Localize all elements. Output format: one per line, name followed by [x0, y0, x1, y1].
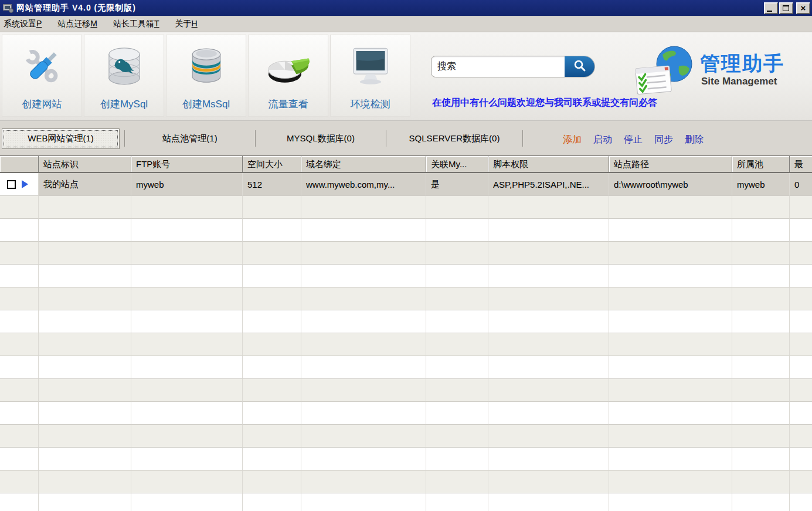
empty-cell — [426, 493, 488, 511]
table-row-empty[interactable] — [0, 219, 812, 242]
tab-site-pool-management[interactable]: 站点池管理(1) — [125, 133, 255, 144]
empty-cell — [426, 448, 488, 471]
empty-cell — [39, 493, 131, 511]
start-link[interactable]: 启动 — [593, 134, 612, 146]
empty-cell — [0, 356, 39, 379]
table-row-empty[interactable] — [0, 425, 812, 448]
column-header-select[interactable] — [0, 156, 39, 172]
environment-check-button[interactable]: 环境检测 — [330, 35, 410, 117]
empty-cell — [426, 196, 488, 219]
row-arrow-icon[interactable] — [22, 180, 28, 188]
maximize-button[interactable] — [779, 2, 793, 14]
empty-cell — [426, 356, 488, 379]
empty-cell — [609, 402, 732, 425]
empty-cell — [0, 425, 39, 448]
empty-cell — [0, 287, 39, 310]
empty-cell — [301, 425, 426, 448]
empty-cell — [301, 402, 426, 425]
create-website-button[interactable]: 创建网站 — [2, 35, 82, 117]
empty-cell — [243, 471, 301, 493]
table-row-empty[interactable] — [0, 493, 812, 511]
table-row-empty[interactable] — [0, 402, 812, 425]
table-row-empty[interactable] — [0, 196, 812, 219]
empty-cell — [609, 287, 732, 310]
empty-cell — [426, 471, 488, 493]
column-header-ftp-account[interactable]: FTP账号 — [131, 156, 243, 172]
empty-cell — [732, 219, 790, 242]
create-mssql-button[interactable]: 创建MsSql — [166, 35, 246, 117]
column-header-domain-binding[interactable]: 域名绑定 — [301, 156, 426, 172]
search-button[interactable] — [565, 56, 595, 77]
add-link[interactable]: 添加 — [563, 134, 582, 146]
table-row-empty[interactable] — [0, 356, 812, 379]
empty-cell — [790, 310, 812, 333]
table-row-empty[interactable] — [0, 448, 812, 471]
delete-link[interactable]: 删除 — [685, 134, 704, 146]
column-header-script-permission[interactable]: 脚本权限 — [488, 156, 609, 172]
empty-cell — [301, 219, 426, 242]
empty-cell — [131, 448, 243, 471]
column-header-related-mysql[interactable]: 关联My... — [426, 156, 488, 172]
empty-cell — [301, 448, 426, 471]
tab-mysql-database[interactable]: MYSQL数据库(0) — [256, 133, 386, 144]
empty-cell — [0, 402, 39, 425]
menubar: 系统设置P 站点迁移M 站长工具箱T 关于H — [0, 16, 812, 32]
column-header-pool[interactable]: 所属池 — [732, 156, 790, 172]
empty-cell — [39, 333, 131, 356]
empty-cell — [426, 265, 488, 287]
table-row-empty[interactable] — [0, 333, 812, 356]
stop-link[interactable]: 停止 — [624, 134, 643, 146]
minimize-button[interactable] — [764, 2, 778, 14]
search-bar — [431, 56, 595, 77]
window-title: 网站管理助手 V4.0 (无限制版) — [16, 3, 136, 13]
traffic-view-button[interactable]: 流量查看 — [248, 35, 328, 117]
menu-about[interactable]: 关于H — [175, 19, 198, 29]
sync-link[interactable]: 同步 — [654, 134, 673, 146]
empty-cell — [243, 402, 301, 425]
table-row-empty[interactable] — [0, 471, 812, 493]
tab-separator — [522, 130, 523, 147]
table-row-empty[interactable] — [0, 379, 812, 402]
tabstrip: WEB网站管理(1) 站点池管理(1) MYSQL数据库(0) SQLSERVE… — [0, 121, 812, 155]
empty-cell — [131, 242, 243, 265]
empty-cell — [732, 265, 790, 287]
empty-cell — [609, 219, 732, 242]
column-header-space-size[interactable]: 空间大小 — [243, 156, 301, 172]
table-row-empty[interactable] — [0, 287, 812, 310]
empty-cell — [426, 402, 488, 425]
create-mysql-button[interactable]: 创建MySql — [84, 35, 164, 117]
cell-script-permission: ASP,PHP5.2ISAPI,.NE... — [488, 173, 609, 196]
empty-cell — [131, 471, 243, 493]
empty-cell — [426, 219, 488, 242]
column-header-site-id[interactable]: 站点标识 — [39, 156, 131, 172]
tab-sqlserver-database[interactable]: SQLSERVER数据库(0) — [386, 133, 522, 144]
table-row-empty[interactable] — [0, 242, 812, 265]
mssql-database-icon — [184, 39, 229, 95]
empty-cell — [732, 310, 790, 333]
empty-cell — [609, 471, 732, 493]
menu-site-migration[interactable]: 站点迁移M — [57, 19, 97, 29]
cell-related-mysql: 是 — [426, 173, 488, 196]
empty-cell — [301, 265, 426, 287]
table-row-empty[interactable] — [0, 265, 812, 287]
menu-webmaster-toolbox[interactable]: 站长工具箱T — [113, 19, 159, 29]
menu-system-settings[interactable]: 系统设置P — [4, 19, 42, 29]
column-header-truncated[interactable]: 最 — [790, 156, 812, 172]
row-checkbox[interactable] — [7, 180, 16, 189]
empty-cell — [301, 242, 426, 265]
column-header-site-path[interactable]: 站点路径 — [609, 156, 732, 172]
table-body-empty — [0, 196, 812, 511]
toolbar-button-label: 创建网站 — [22, 97, 62, 111]
empty-cell — [243, 196, 301, 219]
empty-cell — [426, 310, 488, 333]
logo-title: 管理助手 — [700, 50, 784, 77]
table-row[interactable]: 我的站点 myweb 512 www.myweb.com,my... 是 ASP… — [0, 173, 812, 196]
close-button[interactable]: × — [796, 2, 810, 14]
tab-web-site-management[interactable]: WEB网站管理(1) — [2, 128, 120, 149]
search-input[interactable] — [432, 56, 565, 77]
empty-cell — [609, 493, 732, 511]
empty-cell — [488, 493, 609, 511]
table-row-empty[interactable] — [0, 310, 812, 333]
empty-cell — [732, 333, 790, 356]
empty-cell — [488, 425, 609, 448]
